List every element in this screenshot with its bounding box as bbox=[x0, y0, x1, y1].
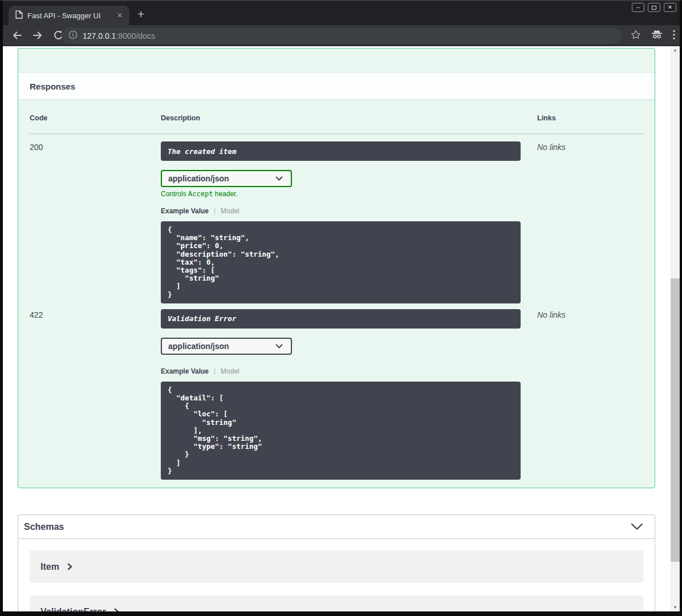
col-header-code: Code bbox=[30, 114, 161, 134]
accept-note-pre: Controls bbox=[161, 190, 188, 198]
response-description-box: The created item bbox=[161, 141, 521, 161]
col-header-description: Description bbox=[161, 114, 537, 134]
schemas-title: Schemas bbox=[24, 522, 64, 532]
response-description-cell: The created item application/json Contro… bbox=[161, 141, 537, 303]
page-scrollbar[interactable]: ▲ ▼ bbox=[671, 46, 680, 611]
page-favicon-icon bbox=[15, 10, 23, 21]
media-type-select[interactable]: application/json bbox=[161, 170, 292, 187]
responses-title: Responses bbox=[30, 82, 75, 91]
responses-section-header: Responses bbox=[18, 73, 655, 99]
browser-window: Fast API - Swagger UI ✕ + – ✕ 127.0.0.1:… bbox=[0, 0, 682, 616]
scroll-up-icon[interactable]: ▲ bbox=[671, 48, 680, 52]
opblock-spacer bbox=[18, 48, 655, 73]
chevron-right-icon bbox=[67, 563, 72, 570]
media-type-value: application/json bbox=[168, 174, 229, 183]
response-row-422: 422 Validation Error application/json Ex… bbox=[30, 303, 643, 480]
maximize-icon bbox=[652, 6, 656, 10]
response-code: 200 bbox=[30, 141, 161, 303]
scrollbar-thumb[interactable] bbox=[671, 278, 680, 562]
minimize-button[interactable]: – bbox=[632, 3, 644, 12]
example-json-box: { "name": "string", "price": 0, "descrip… bbox=[161, 221, 521, 303]
model-name: Item bbox=[40, 562, 59, 572]
tab-separator bbox=[214, 208, 215, 215]
col-header-links: Links bbox=[537, 114, 643, 134]
model-card-item[interactable]: Item bbox=[30, 550, 643, 583]
accept-note-mono: Accept bbox=[188, 190, 213, 198]
tab-separator bbox=[214, 367, 215, 375]
response-description-text: The created item bbox=[168, 147, 236, 156]
chevron-down-icon bbox=[275, 176, 283, 181]
media-type-value: application/json bbox=[168, 342, 229, 351]
response-row-200: 200 The created item application/json Co… bbox=[30, 134, 643, 303]
tab-bar: Fast API - Swagger UI ✕ + – ✕ bbox=[3, 1, 680, 25]
responses-table: Code Description Links 200 The created i… bbox=[18, 99, 655, 480]
example-model-tabs: Example Value Model bbox=[161, 367, 537, 375]
tab-model[interactable]: Model bbox=[221, 207, 239, 215]
response-description-cell: Validation Error application/json Exampl… bbox=[161, 309, 537, 480]
url-host: 127.0.0.1 bbox=[83, 31, 116, 40]
chevron-down-icon bbox=[275, 344, 283, 348]
tab-close-icon[interactable]: ✕ bbox=[115, 11, 125, 19]
window-controls: – ✕ bbox=[632, 3, 676, 12]
response-code: 422 bbox=[30, 309, 161, 480]
url-path: :8000/docs bbox=[116, 31, 155, 40]
responses-table-head: Code Description Links bbox=[30, 99, 643, 134]
page-content: Responses Code Description Links 200 The… bbox=[3, 46, 680, 611]
url-text[interactable]: 127.0.0.1:8000/docs bbox=[83, 31, 155, 40]
browser-toolbar: 127.0.0.1:8000/docs bbox=[3, 25, 680, 46]
example-json-box: { "detail": [ { "loc": [ "string" ], "ms… bbox=[161, 382, 521, 480]
response-description-text: Validation Error bbox=[168, 314, 236, 323]
accept-note-post: header. bbox=[213, 190, 237, 198]
tab-example-value[interactable]: Example Value bbox=[161, 207, 209, 215]
site-info-icon[interactable] bbox=[68, 30, 78, 42]
model-name: ValidationError bbox=[40, 607, 106, 612]
bookmark-star-icon[interactable] bbox=[631, 30, 641, 42]
tab-model[interactable]: Model bbox=[221, 367, 239, 375]
forward-button[interactable] bbox=[29, 27, 46, 43]
chevron-right-icon bbox=[114, 608, 119, 611]
menu-dots-icon[interactable] bbox=[673, 30, 675, 42]
response-links: No links bbox=[537, 141, 643, 303]
schemas-header[interactable]: Schemas bbox=[18, 515, 655, 539]
new-tab-button[interactable]: + bbox=[137, 8, 144, 20]
toolbar-right-icons bbox=[631, 25, 675, 46]
address-bar[interactable]: 127.0.0.1:8000/docs bbox=[62, 28, 622, 44]
schemas-body: Item ValidationError bbox=[18, 539, 655, 611]
opblock-post-section: Responses Code Description Links 200 The… bbox=[18, 48, 655, 488]
example-json-200: { "name": "string", "price": 0, "descrip… bbox=[168, 226, 514, 299]
response-links: No links bbox=[537, 309, 643, 480]
close-button[interactable]: ✕ bbox=[664, 3, 676, 12]
tab-title: Fast API - Swagger UI bbox=[27, 11, 110, 20]
media-type-select[interactable]: application/json bbox=[161, 338, 292, 355]
accept-header-note: Controls Accept header. bbox=[161, 190, 537, 198]
scroll-down-icon[interactable]: ▼ bbox=[671, 605, 680, 609]
chevron-down-icon[interactable] bbox=[631, 523, 643, 530]
example-model-tabs: Example Value Model bbox=[161, 207, 537, 215]
back-button[interactable] bbox=[9, 27, 26, 43]
incognito-profile-icon[interactable] bbox=[651, 30, 663, 42]
model-card-validationerror[interactable]: ValidationError bbox=[30, 595, 643, 611]
maximize-button[interactable] bbox=[648, 3, 660, 12]
tab-example-value[interactable]: Example Value bbox=[161, 367, 209, 375]
response-description-box: Validation Error bbox=[161, 309, 521, 329]
schemas-section: Schemas Item ValidationError bbox=[18, 514, 655, 611]
browser-tab[interactable]: Fast API - Swagger UI ✕ bbox=[9, 6, 129, 25]
example-json-422: { "detail": [ { "loc": [ "string" ], "ms… bbox=[168, 386, 514, 475]
